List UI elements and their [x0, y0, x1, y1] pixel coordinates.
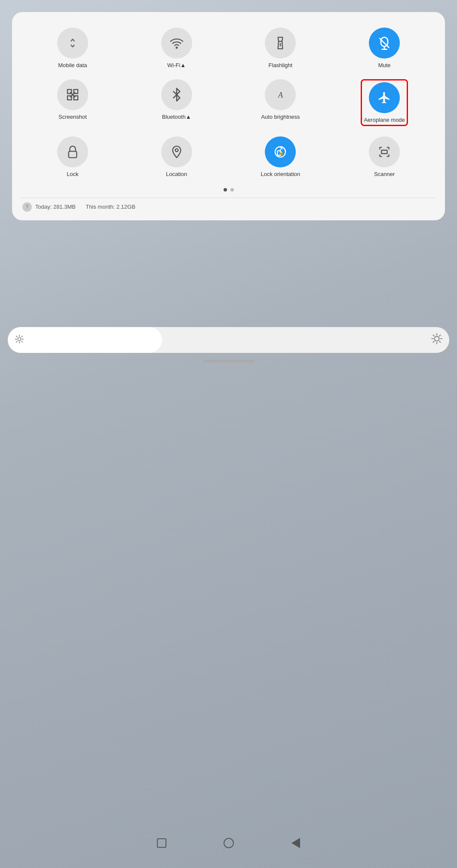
back-icon — [291, 838, 300, 848]
svg-rect-16 — [69, 151, 77, 158]
data-separator — [79, 204, 82, 210]
mute-label: Mute — [378, 62, 391, 69]
tile-location[interactable]: Location — [125, 133, 229, 181]
tiles-grid: Mobile data Wi-Fi▲ — [21, 24, 436, 181]
svg-line-26 — [21, 341, 22, 342]
svg-text:🔒: 🔒 — [279, 151, 284, 156]
home-icon — [224, 838, 234, 848]
screenshot-label: Screenshot — [58, 114, 87, 120]
svg-point-17 — [175, 149, 178, 152]
tile-auto-brightness[interactable]: A Auto brightness — [229, 76, 333, 130]
tile-flashlight[interactable]: Flashlight — [229, 24, 333, 72]
brightness-low-icon — [15, 334, 24, 346]
mobile-data-circle — [57, 28, 88, 59]
svg-line-1 — [73, 39, 74, 41]
tile-lock-orientation[interactable]: 🔒 Lock orientation — [229, 133, 333, 181]
brightness-bar[interactable] — [8, 327, 449, 353]
data-today: Today: 281.3MB — [35, 204, 76, 210]
bluetooth-label: Bluetooth▲ — [162, 114, 191, 120]
scanner-circle — [369, 136, 400, 167]
svg-line-3 — [73, 45, 74, 47]
wifi-label: Wi-Fi▲ — [167, 62, 186, 69]
svg-line-34 — [433, 335, 434, 336]
tile-mobile-data[interactable]: Mobile data — [21, 24, 125, 72]
tile-wifi[interactable]: Wi-Fi▲ — [125, 24, 229, 72]
recent-apps-button[interactable] — [154, 835, 169, 851]
divider — [21, 198, 436, 198]
aeroplane-label: Aeroplane mode — [364, 117, 405, 124]
back-button[interactable] — [288, 835, 304, 851]
screenshot-circle — [57, 79, 88, 110]
brightness-high-icon — [431, 333, 442, 347]
home-button[interactable] — [221, 835, 236, 851]
bluetooth-circle — [161, 79, 192, 110]
mobile-data-label: Mobile data — [58, 62, 87, 69]
quick-settings-panel: Mobile data Wi-Fi▲ — [12, 12, 445, 220]
svg-rect-21 — [381, 150, 387, 154]
lock-orientation-circle: 🔒 — [265, 136, 296, 167]
tile-mute[interactable]: Mute — [332, 24, 436, 72]
data-info: ? Today: 281.3MB This month: 2.12GB — [21, 202, 436, 212]
svg-point-22 — [18, 337, 21, 340]
mute-circle — [369, 28, 400, 59]
svg-line-25 — [16, 336, 17, 337]
svg-line-30 — [21, 336, 22, 337]
location-circle — [161, 136, 192, 167]
page-dots — [21, 188, 436, 192]
data-info-icon: ? — [22, 202, 32, 212]
page-dot-1[interactable] — [224, 188, 227, 192]
svg-text:A: A — [277, 90, 283, 99]
lock-label: Lock — [67, 171, 78, 178]
svg-line-38 — [433, 341, 434, 342]
svg-point-4 — [176, 47, 177, 48]
drag-handle[interactable] — [203, 360, 255, 362]
recent-apps-icon — [157, 838, 166, 848]
lock-orientation-label: Lock orientation — [261, 171, 300, 178]
lock-circle — [57, 136, 88, 167]
svg-line-29 — [16, 341, 17, 342]
tile-bluetooth[interactable]: Bluetooth▲ — [125, 76, 229, 130]
tile-scanner[interactable]: Scanner — [332, 133, 436, 181]
svg-point-31 — [435, 337, 439, 341]
svg-line-35 — [439, 341, 440, 342]
brightness-fill — [8, 327, 162, 353]
location-label: Location — [166, 171, 187, 178]
svg-line-39 — [439, 335, 440, 336]
auto-brightness-circle: A — [265, 79, 296, 110]
flashlight-label: Flashlight — [269, 62, 293, 69]
auto-brightness-label: Auto brightness — [261, 114, 300, 120]
wifi-circle — [161, 28, 192, 59]
page-dot-2[interactable] — [230, 188, 234, 192]
tile-lock[interactable]: Lock — [21, 133, 125, 181]
tile-screenshot[interactable]: Screenshot — [21, 76, 125, 130]
scanner-label: Scanner — [374, 171, 395, 178]
data-month: This month: 2.12GB — [86, 204, 135, 210]
aeroplane-circle — [369, 82, 400, 113]
tile-aeroplane-mode[interactable]: Aeroplane mode — [332, 76, 436, 130]
flashlight-circle — [265, 28, 296, 59]
navigation-bar — [0, 827, 457, 859]
